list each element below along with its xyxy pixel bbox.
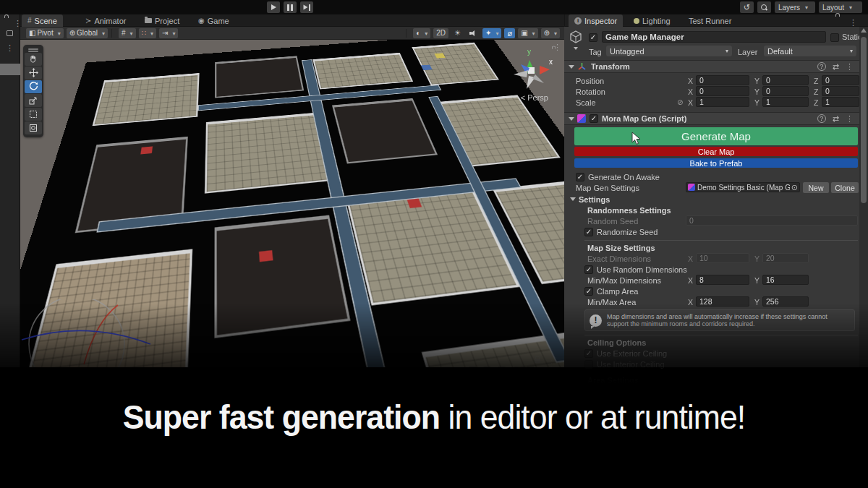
draw-mode-dropdown[interactable] bbox=[413, 28, 430, 38]
layout-dropdown[interactable]: Layout bbox=[819, 1, 862, 13]
rotation-y-field[interactable]: 0 bbox=[762, 86, 809, 96]
camera-settings-dropdown[interactable] bbox=[518, 28, 537, 38]
area-x-field[interactable]: 128 bbox=[696, 296, 749, 307]
global-dropdown[interactable]: Global bbox=[67, 28, 108, 38]
minmax-y-field[interactable]: 16 bbox=[762, 275, 809, 285]
exact-y-field[interactable]: 20 bbox=[762, 253, 809, 263]
effects-toggle[interactable] bbox=[482, 28, 501, 38]
use-exterior-ceiling-row[interactable]: ✓Use Exterior Ceiling bbox=[584, 348, 667, 359]
use-random-dimensions-row[interactable]: ✓Use Random Dimensions bbox=[584, 264, 687, 275]
perspective-label[interactable]: < Persp bbox=[521, 93, 548, 102]
scale-z-field[interactable]: 1 bbox=[822, 97, 859, 107]
position-z-field[interactable]: 0 bbox=[822, 75, 859, 85]
inspector-scrollbar[interactable] bbox=[859, 27, 868, 367]
bake-to-prefab-button[interactable]: Bake to Prefab bbox=[574, 158, 858, 168]
help-icon[interactable] bbox=[817, 62, 826, 71]
transform-tool-button[interactable] bbox=[25, 121, 42, 134]
tab-animator[interactable]: Animator bbox=[80, 14, 132, 27]
grid-visibility-button[interactable] bbox=[119, 28, 136, 38]
rotation-x-field[interactable]: 0 bbox=[696, 86, 749, 96]
static-checkbox[interactable] bbox=[830, 32, 843, 43]
collab-history-button[interactable] bbox=[740, 1, 754, 13]
palette-drag-handle[interactable] bbox=[28, 48, 38, 50]
object-picker-icon[interactable] bbox=[790, 183, 798, 192]
foldout-arrow-icon[interactable] bbox=[569, 65, 574, 69]
help-icon[interactable] bbox=[817, 114, 826, 123]
play-button[interactable] bbox=[267, 1, 280, 13]
foldout-arrow-icon[interactable] bbox=[569, 117, 574, 121]
generate-map-button[interactable]: Generate Map bbox=[574, 127, 858, 145]
gameobject-name-field[interactable]: Game Map Manager bbox=[602, 31, 826, 43]
gameobject-active-checkbox[interactable]: ✓ bbox=[589, 32, 601, 43]
position-x-field[interactable]: 0 bbox=[696, 75, 749, 85]
tag-dropdown[interactable]: Untagged bbox=[606, 46, 732, 56]
rotation-z-field[interactable]: 0 bbox=[822, 86, 859, 96]
settings-foldout[interactable]: Settings bbox=[570, 194, 610, 205]
mora-map-gen-header[interactable]: ✓ Mora Map Gen (Script) bbox=[564, 112, 859, 125]
rect-tool-button[interactable] bbox=[25, 108, 42, 121]
tab-project[interactable]: Project bbox=[139, 14, 185, 27]
clone-button[interactable]: Clone bbox=[831, 182, 859, 193]
kebab-icon[interactable] bbox=[846, 62, 854, 72]
layer-dropdown[interactable]: Default bbox=[764, 46, 856, 56]
map-gen-settings-object-field[interactable]: Demo Settings Basic (Map Ge bbox=[686, 182, 800, 192]
transform-header[interactable]: Transform bbox=[564, 60, 859, 73]
tab-inspector[interactable]: iInspector bbox=[569, 14, 623, 27]
tab-test-runner[interactable]: Test Runner bbox=[683, 14, 737, 27]
checkbox: ✓ bbox=[584, 287, 593, 296]
preset-icon[interactable] bbox=[833, 114, 839, 124]
clear-map-button[interactable]: Clear Map bbox=[574, 147, 858, 156]
orientation-gizmo[interactable]: y x bbox=[509, 46, 554, 95]
scene-viewport[interactable]: y x < Persp 33 bbox=[20, 40, 564, 367]
popout-window-icon[interactable] bbox=[7, 30, 13, 36]
gameobject-icon[interactable] bbox=[569, 30, 583, 50]
caption-regular: in editor or at runtime! bbox=[440, 398, 745, 436]
scroll-up-arrow[interactable] bbox=[861, 28, 867, 33]
panel-menu-icon-2[interactable] bbox=[6, 40, 14, 53]
randomize-seed-row[interactable]: ✓Randomize Seed bbox=[584, 226, 658, 237]
new-button[interactable]: New bbox=[803, 182, 829, 193]
randomness-settings-header: Randomness Settings bbox=[587, 205, 671, 215]
scale-x-field[interactable]: 1 bbox=[696, 97, 749, 107]
grid-snap-button[interactable] bbox=[139, 28, 156, 38]
kebab-icon[interactable] bbox=[846, 114, 854, 124]
x-axis-label: x bbox=[549, 58, 553, 66]
map-room bbox=[312, 53, 413, 90]
random-seed-field[interactable]: 0 bbox=[686, 215, 858, 226]
scene-lighting-toggle[interactable] bbox=[451, 28, 464, 38]
scene-audio-toggle[interactable] bbox=[467, 28, 480, 38]
step-button[interactable] bbox=[300, 1, 313, 13]
pause-button[interactable] bbox=[284, 1, 297, 13]
layers-dropdown[interactable]: Layers bbox=[775, 1, 815, 13]
component-enabled-checkbox[interactable]: ✓ bbox=[590, 114, 598, 123]
hidden-objects-toggle[interactable] bbox=[504, 28, 515, 38]
tab-lighting[interactable]: Lighting bbox=[628, 14, 676, 27]
panel-selected-row[interactable] bbox=[0, 64, 20, 75]
position-y-field[interactable]: 0 bbox=[762, 75, 809, 85]
search-button[interactable] bbox=[757, 1, 771, 13]
rotate-tool-button[interactable] bbox=[25, 80, 42, 93]
constrain-proportions-icon[interactable] bbox=[677, 98, 683, 106]
clamp-area-row[interactable]: ✓Clamp Area bbox=[584, 286, 638, 296]
hand-tool-button[interactable] bbox=[25, 53, 42, 66]
move-snap-button[interactable] bbox=[159, 28, 178, 38]
axis-z-label: Z bbox=[814, 98, 818, 107]
generate-on-awake-row[interactable]: ✓Generate On Awake bbox=[576, 171, 660, 182]
minmax-x-field[interactable]: 8 bbox=[696, 275, 749, 285]
tab-scene[interactable]: Scene bbox=[22, 14, 63, 27]
scale-y-field[interactable]: 1 bbox=[762, 97, 809, 107]
gizmos-dropdown[interactable] bbox=[541, 28, 560, 38]
preset-icon[interactable] bbox=[833, 62, 839, 72]
exact-x-field[interactable]: 10 bbox=[696, 253, 749, 263]
2d-toggle-button[interactable]: 2D bbox=[433, 28, 448, 38]
snap-icon bbox=[142, 29, 146, 37]
tab-inspector-label: Inspector bbox=[584, 17, 617, 25]
use-interior-ceiling-row[interactable]: Use Interior Ceiling bbox=[584, 359, 665, 369]
scale-tool-button[interactable] bbox=[25, 94, 42, 107]
move-tool-button[interactable] bbox=[25, 67, 42, 80]
pivot-dropdown[interactable]: Pivot bbox=[26, 28, 64, 38]
camera-icon bbox=[521, 29, 527, 37]
area-y-field[interactable]: 256 bbox=[762, 296, 809, 307]
scrollbar-thumb[interactable] bbox=[861, 37, 867, 203]
tab-game[interactable]: Game bbox=[192, 14, 235, 27]
